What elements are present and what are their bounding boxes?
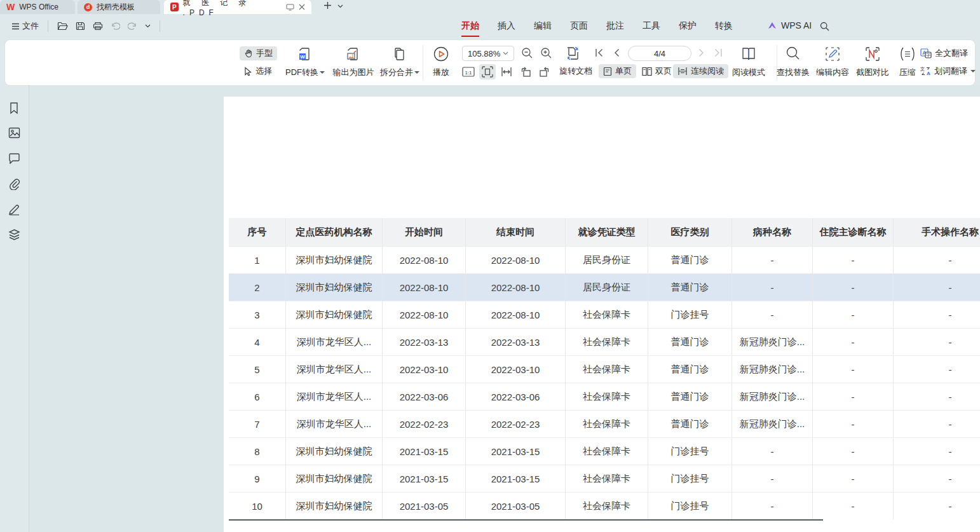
play-button[interactable]: 播放 [417, 44, 465, 81]
menu-item[interactable]: 保护 [679, 19, 697, 33]
table-cell: - [813, 329, 894, 355]
zoom-out-button[interactable] [521, 47, 533, 59]
rotate-document-button[interactable]: 旋转文档 [559, 65, 592, 77]
single-page-button[interactable]: 单页 [599, 64, 636, 78]
table-row[interactable]: 2深圳市妇幼保健院2022-08-102022-08-10居民身份证普通门诊--… [229, 273, 980, 301]
tab-docer[interactable]: d 找稻壳模板 [78, 0, 160, 14]
table-cell: - [813, 301, 894, 328]
docer-logo-icon: d [84, 3, 92, 11]
full-translate-button[interactable]: A 字 全文翻译 [920, 48, 968, 59]
next-page-button[interactable] [698, 48, 705, 57]
menu-search-icon[interactable] [820, 22, 829, 31]
full-translate-label: 全文翻译 [935, 48, 968, 59]
wps-ai-button[interactable]: WPS AI [767, 20, 812, 31]
table-row[interactable]: 8深圳市妇幼保健院2021-03-152021-03-15社会保障卡门诊挂号--… [229, 437, 980, 465]
bookmarks-icon[interactable] [8, 102, 20, 114]
rotate-right-button[interactable] [536, 64, 553, 79]
present-to-screen-icon[interactable] [286, 4, 294, 11]
continuous-read-button[interactable]: 连续阅读 [673, 64, 728, 78]
fit-width-button[interactable] [498, 64, 515, 79]
table-cell: 普通门诊 [648, 274, 732, 301]
signature-icon[interactable] [8, 203, 20, 215]
layers-icon[interactable] [8, 229, 20, 241]
save-button[interactable] [72, 22, 89, 31]
read-mode-button[interactable]: 阅读模式 [723, 44, 774, 81]
menu-item[interactable]: 工具 [643, 19, 660, 33]
table-cell: - [894, 411, 980, 437]
screenshot-compare-label: 截图对比 [856, 67, 889, 78]
ribbon-toolbar: 手型 选择 W PDF转换 输出为图片 拆分合并 [5, 40, 975, 85]
select-tool-button[interactable]: 选择 [240, 64, 276, 78]
table-cell: 社会保障卡 [566, 411, 648, 437]
undo-button[interactable] [107, 22, 124, 31]
previous-page-icon [613, 48, 620, 57]
page-indicator-input[interactable]: 4/4 [628, 46, 691, 61]
tab-wps-home[interactable]: W WPS Office [0, 0, 75, 14]
table-row[interactable]: 5深圳市龙华区人...2022-03-102022-03-10社会保障卡普通门诊… [229, 355, 980, 383]
menu-item[interactable]: 转换 [715, 19, 733, 33]
table-cell: 社会保障卡 [566, 465, 648, 492]
table-cell: 深圳市妇幼保健院 [286, 247, 383, 273]
table-row[interactable]: 6深圳市龙华区人...2022-03-062022-03-06社会保障卡普通门诊… [229, 383, 980, 410]
actual-size-button[interactable]: 1:1 [460, 64, 477, 79]
table-cell: - [813, 493, 894, 519]
menu-item[interactable]: 开始 [461, 19, 479, 33]
word-translate-button[interactable]: 文 A 划词翻译 [920, 65, 976, 77]
menu-item[interactable]: 插入 [498, 19, 515, 33]
table-cell: 深圳市龙华区人... [286, 383, 383, 410]
attachments-icon[interactable] [8, 178, 20, 190]
pdf-convert-icon: W [297, 46, 313, 62]
menu-item[interactable]: 批注 [606, 19, 624, 33]
quickbar-more-button[interactable] [141, 24, 154, 28]
edit-content-label: 编辑内容 [816, 67, 849, 78]
redo-button[interactable] [124, 22, 141, 31]
table-row[interactable]: 3深圳市妇幼保健院2022-08-102022-08-10社会保障卡门诊挂号--… [229, 301, 980, 328]
zoom-level-select[interactable]: 105.88% [462, 46, 514, 61]
document-viewport[interactable]: 序号定点医药机构名称开始时间结束时间就诊凭证类型医疗类别病种名称住院主诊断名称手… [29, 85, 980, 532]
last-page-button[interactable] [714, 48, 723, 57]
menu-item[interactable]: 页面 [570, 19, 588, 33]
zoom-in-button[interactable] [540, 47, 552, 59]
new-tab-button[interactable] [323, 1, 332, 10]
table-cell: 2022-03-06 [383, 383, 466, 410]
close-tab-icon[interactable] [299, 4, 305, 10]
first-page-button[interactable] [595, 48, 604, 57]
page-indicator-value: 4/4 [654, 49, 665, 58]
rotate-left-button[interactable] [517, 64, 534, 79]
table-row[interactable]: 9深圳市妇幼保健院2021-03-152021-03-15社会保障卡门诊挂号--… [229, 465, 980, 492]
table-row[interactable]: 1深圳市妇幼保健院2022-08-102022-08-10居民身份证普通门诊--… [229, 246, 980, 273]
table-cell: - [894, 247, 980, 273]
pdf-convert-button[interactable]: W PDF转换 [280, 44, 330, 81]
thumbnails-icon[interactable] [8, 127, 20, 139]
replace-pages-button[interactable] [564, 45, 581, 62]
hand-tool-button[interactable]: 手型 [240, 46, 277, 60]
read-mode-label: 阅读模式 [732, 67, 765, 78]
comments-icon[interactable] [8, 153, 20, 164]
table-header-cell: 住院主诊断名称 [813, 218, 894, 246]
export-image-button[interactable]: 输出为图片 [328, 44, 379, 81]
table-cell: 2022-03-13 [466, 329, 566, 355]
select-tool-label: 选择 [255, 65, 272, 77]
word-translate-label: 划词翻译 [934, 65, 967, 77]
table-row[interactable]: 4深圳市龙华区人...2022-03-132022-03-13社会保障卡普通门诊… [229, 328, 980, 355]
table-cell: - [732, 493, 813, 519]
tab-document[interactable]: P 就 医 记 录 .PDF [164, 0, 311, 14]
rotate-right-icon [539, 66, 550, 78]
menu-item[interactable]: 编辑 [534, 19, 552, 33]
file-menu-button[interactable]: 文件 [8, 20, 43, 32]
split-merge-icon [391, 46, 408, 62]
print-button[interactable] [89, 22, 107, 31]
table-row[interactable]: 7深圳市龙华区人...2022-02-232022-02-23社会保障卡普通门诊… [229, 410, 980, 437]
tab-list-chevron-icon[interactable] [337, 4, 343, 8]
table-cell: 社会保障卡 [566, 301, 648, 328]
pdf-file-icon: P [170, 3, 179, 11]
play-label: 播放 [433, 67, 449, 78]
table-header-cell: 开始时间 [383, 218, 466, 246]
table-row[interactable]: 10深圳市妇幼保健院2021-03-052021-03-05社会保障卡门诊挂号-… [229, 492, 980, 519]
tab-wps-home-label: WPS Office [19, 3, 58, 11]
svg-text:字: 字 [926, 53, 930, 57]
table-cell: - [894, 274, 980, 301]
previous-page-button[interactable] [613, 48, 620, 57]
fit-page-button[interactable] [479, 64, 496, 79]
open-file-button[interactable] [53, 22, 72, 31]
